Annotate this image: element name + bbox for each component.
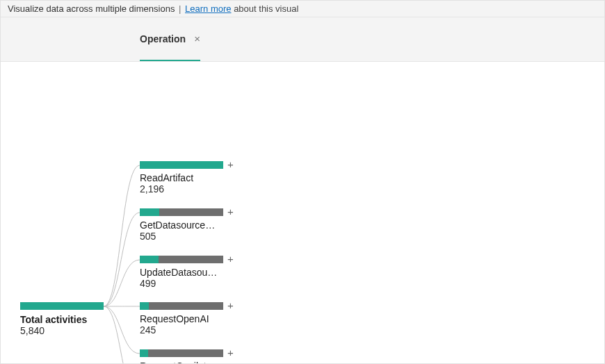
tree-leaf-node[interactable]: + GetDatasource… 505: [140, 208, 251, 242]
leaf-bar: [140, 208, 223, 216]
leaf-value: 245: [140, 324, 251, 336]
banner-intro: Visualize data across multiple dimension…: [8, 3, 175, 14]
leaf-bar: [140, 256, 223, 263]
root-label: Total activities: [20, 314, 104, 325]
separator: |: [179, 3, 184, 14]
decomposition-tree: Total activities 5,840 + ReadArtifact 2,…: [1, 62, 604, 361]
plus-icon[interactable]: +: [227, 158, 234, 170]
banner-trailing-text: about this visual: [234, 3, 298, 14]
info-banner: Visualize data across multiple dimension…: [1, 1, 604, 17]
dimension-header: Operation ×: [1, 17, 604, 62]
tree-leaf-node[interactable]: + RequestCopilot 228: [140, 349, 251, 364]
leaf-label: UpdateDatasou…: [140, 267, 237, 278]
tree-leaf-node[interactable]: + RequestOpenAI 245: [140, 302, 251, 336]
leaf-value: 505: [140, 231, 251, 242]
leaf-fill: [140, 349, 148, 357]
learn-more-link[interactable]: Learn more: [185, 3, 231, 14]
close-icon[interactable]: ×: [194, 33, 200, 44]
leaf-label: RequestOpenAI: [140, 313, 237, 324]
plus-icon[interactable]: +: [227, 299, 234, 311]
dimension-chip-label: Operation: [140, 33, 186, 44]
leaf-label: RequestCopilot: [140, 361, 237, 364]
tree-leaf-node[interactable]: + ReadArtifact 2,196: [140, 161, 251, 195]
tree-root-node[interactable]: Total activities 5,840: [20, 302, 104, 336]
plus-icon[interactable]: +: [227, 253, 234, 265]
leaf-bar: [140, 161, 223, 169]
leaf-fill: [140, 256, 159, 263]
root-value: 5,840: [20, 325, 104, 336]
leaf-fill: [140, 302, 149, 310]
leaf-fill: [140, 208, 159, 216]
leaf-fill: [140, 161, 223, 169]
tree-leaf-node[interactable]: + UpdateDatasou… 499: [140, 256, 251, 289]
leaf-value: 499: [140, 278, 251, 289]
dimension-chip-operation[interactable]: Operation ×: [140, 33, 200, 61]
leaf-value: 2,196: [140, 183, 251, 195]
root-bar: [20, 302, 104, 310]
plus-icon[interactable]: +: [227, 347, 234, 358]
leaf-label: GetDatasource…: [140, 220, 237, 231]
leaf-bar: [140, 302, 223, 310]
plus-icon[interactable]: +: [227, 206, 234, 217]
leaf-label: ReadArtifact: [140, 172, 237, 183]
leaf-bar: [140, 349, 223, 357]
